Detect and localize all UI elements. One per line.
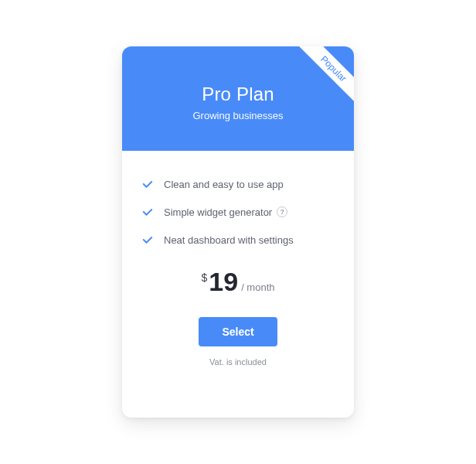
feature-list: Clean and easy to use app Simple widget …: [141, 177, 335, 247]
feature-item: Simple widget generator ?: [141, 205, 335, 219]
plan-title: Pro Plan: [138, 84, 338, 105]
price: $ 19 / month: [141, 267, 335, 297]
check-icon: [141, 177, 155, 191]
vat-note: Vat. is included: [141, 357, 335, 367]
check-icon: [141, 233, 155, 247]
price-amount: 19: [209, 267, 238, 297]
check-icon: [141, 205, 155, 219]
feature-label: Clean and easy to use app: [164, 179, 284, 190]
feature-item: Clean and easy to use app: [141, 177, 335, 191]
help-icon[interactable]: ?: [277, 206, 287, 217]
price-currency: $: [202, 271, 208, 284]
select-button[interactable]: Select: [199, 317, 277, 346]
feature-item: Neat dashboard with settings: [141, 233, 335, 247]
plan-subtitle: Growing businesses: [138, 110, 338, 121]
card-header: Popular Pro Plan Growing businesses: [122, 46, 354, 151]
card-body: Clean and easy to use app Simple widget …: [122, 151, 354, 385]
feature-label: Simple widget generator: [164, 206, 272, 218]
feature-label: Neat dashboard with settings: [164, 234, 294, 246]
price-period: / month: [241, 281, 274, 293]
pricing-card: Popular Pro Plan Growing businesses Clea…: [122, 46, 354, 418]
